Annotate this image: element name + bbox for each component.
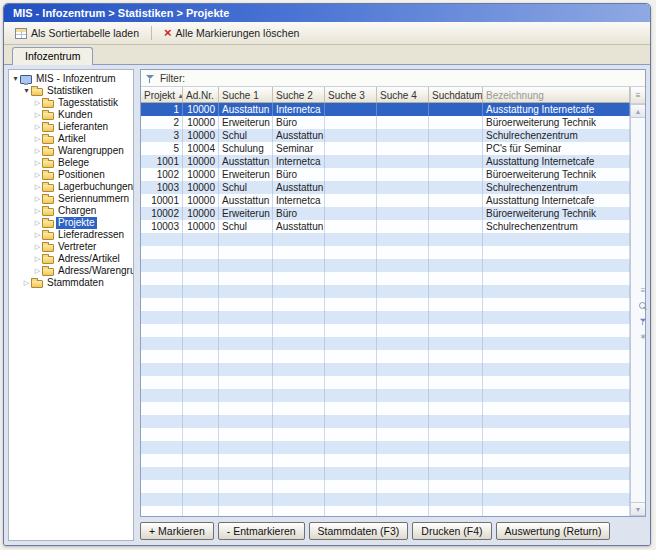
table-row[interactable] (141, 233, 630, 246)
tree-expander-icon[interactable]: ▷ (33, 193, 42, 205)
tree-expander-icon[interactable]: ▷ (33, 265, 42, 277)
tree-item-lieferanten[interactable]: ▷ Lieferanten (9, 121, 133, 133)
tree-item-kunden[interactable]: ▷ Kunden (9, 109, 133, 121)
tree-expander-icon[interactable]: ▷ (33, 109, 42, 121)
table-row[interactable] (141, 467, 630, 480)
tree-item-warengruppen[interactable]: ▷ Warengruppen (9, 145, 133, 157)
table-row[interactable] (141, 337, 630, 350)
column-header-bezeichnung[interactable]: Bezeichnung (483, 87, 630, 102)
table-row[interactable]: 100210000ErweiterunBüroBüroerweiterung T… (141, 168, 630, 181)
table-row[interactable]: 1000210000ErweiterunBüroBüroerweiterung … (141, 207, 630, 220)
table-row[interactable] (141, 480, 630, 493)
tree-expander-icon[interactable]: ▷ (33, 217, 42, 229)
table-row[interactable] (141, 272, 630, 285)
tree-item-mis-infozentrum[interactable]: ▾ MIS - Infozentrum (9, 73, 133, 85)
table-row[interactable]: 1000110000AusstattunInternetcaAusstattun… (141, 194, 630, 207)
tree-item-adress-artikel[interactable]: ▷ Adress/Artikel (9, 253, 133, 265)
table-row[interactable] (141, 246, 630, 259)
column-header-label: Suche 2 (276, 90, 313, 101)
tree-item-stammdaten[interactable]: ▷ Stammdaten (9, 277, 133, 289)
table-row[interactable]: 100110000AusstattunInternetcaAusstattung… (141, 155, 630, 168)
table-row[interactable]: 100310000SchulAusstattunSchulrechenzentr… (141, 181, 630, 194)
load-sort-table-button[interactable]: Als Sortiertabelle laden (8, 24, 146, 42)
tree-expander-icon[interactable]: ▷ (22, 277, 31, 289)
auswertung-button[interactable]: Auswertung (Return) (496, 522, 611, 540)
column-header-suche1[interactable]: Suche 1 (219, 87, 273, 102)
tree-item-adress-warengruppen[interactable]: ▷ Adress/Warengruppen (9, 265, 133, 277)
table-row[interactable] (141, 441, 630, 454)
table-row[interactable] (141, 350, 630, 363)
clear-marks-button[interactable]: × Alle Markierungen löschen (157, 24, 306, 42)
filter-icon[interactable] (639, 318, 646, 325)
asterisk-icon[interactable]: ∗ (640, 333, 647, 341)
tree-expander-icon[interactable]: ▷ (33, 169, 42, 181)
markieren-button[interactable]: + Markieren (140, 522, 214, 540)
tree-expander-icon[interactable]: ▷ (33, 121, 42, 133)
magnifier-icon[interactable] (639, 302, 647, 310)
table-row[interactable] (141, 259, 630, 272)
tree-expander-icon[interactable]: ▷ (33, 145, 42, 157)
tree-item-seriennummern[interactable]: ▷ Seriennummern (9, 193, 133, 205)
tree-expander-icon[interactable]: ▷ (33, 241, 42, 253)
table-row[interactable]: 1000310000SchulAusstattunSchulrechenzent… (141, 220, 630, 233)
cell-suche4 (377, 103, 429, 116)
tree-expander-icon[interactable]: ▷ (33, 229, 42, 241)
table-row[interactable] (141, 415, 630, 428)
cell-suche2 (273, 480, 325, 493)
table-row[interactable]: 310000SchulAusstattunSchulrechenzentrum (141, 129, 630, 142)
tree-item-artikel[interactable]: ▷ Artikel (9, 133, 133, 145)
tree-expander-icon[interactable]: ▷ (33, 181, 42, 193)
scroll-down-button[interactable]: ▼ (631, 502, 645, 516)
table-row[interactable] (141, 454, 630, 467)
tree-item-positionen[interactable]: ▷ Positionen (9, 169, 133, 181)
tree-item-chargen[interactable]: ▷ Chargen (9, 205, 133, 217)
column-header-suchdatum[interactable]: Suchdatum (429, 87, 483, 102)
tree-item-vertreter[interactable]: ▷ Vertreter (9, 241, 133, 253)
tree-item-lagerbuchungen[interactable]: ▷ Lagerbuchungen (9, 181, 133, 193)
column-header-suche2[interactable]: Suche 2 (273, 87, 325, 102)
tree-expander-icon[interactable]: ▾ (11, 73, 20, 85)
column-customize-button[interactable]: ≡ (631, 87, 645, 104)
stammdaten-button[interactable]: Stammdaten (F3) (309, 522, 409, 540)
cell-bezeichnung: Ausstattung Internetcafe (483, 103, 630, 116)
table-row[interactable] (141, 324, 630, 337)
cell-adnr (183, 324, 219, 337)
table-row[interactable] (141, 376, 630, 389)
table-row[interactable] (141, 363, 630, 376)
filter-funnel-icon[interactable] (146, 74, 155, 83)
tab-infozentrum[interactable]: Infozentrum (12, 47, 93, 65)
table-row[interactable] (141, 428, 630, 441)
tree-expander-icon[interactable]: ▷ (33, 133, 42, 145)
column-header-adnr[interactable]: Ad.Nr. (183, 87, 219, 102)
entmarkieren-button[interactable]: - Entmarkieren (218, 522, 305, 540)
tree-item-belege[interactable]: ▷ Belege (9, 157, 133, 169)
action-button-bar: + Markieren - Entmarkieren Stammdaten (F… (140, 517, 646, 541)
table-row[interactable]: 110000AusstattunInternetcaAusstattung In… (141, 103, 630, 116)
folder-icon (42, 160, 54, 168)
column-header-suche4[interactable]: Suche 4 (377, 87, 429, 102)
table-row[interactable] (141, 506, 630, 516)
tree-item-projekte[interactable]: ▷ Projekte (9, 217, 133, 229)
tree-item-tagesstatistik[interactable]: ▷ Tagesstatistik (9, 97, 133, 109)
tree-expander-icon[interactable]: ▷ (33, 253, 42, 265)
table-row[interactable] (141, 389, 630, 402)
table-row[interactable]: 210000ErweiterunBüroBüroerweiterung Tech… (141, 116, 630, 129)
table-row[interactable] (141, 402, 630, 415)
column-header-suche3[interactable]: Suche 3 (325, 87, 377, 102)
table-row[interactable] (141, 285, 630, 298)
table-row[interactable] (141, 311, 630, 324)
tree-expander-icon[interactable]: ▷ (33, 205, 42, 217)
table-row[interactable] (141, 298, 630, 311)
scroll-up-button[interactable]: ▲ (631, 104, 645, 118)
drucken-button[interactable]: Drucken (F4) (412, 522, 491, 540)
grip-icon[interactable]: ≡ (641, 287, 646, 295)
column-header-projekt[interactable]: Projekt▲ (141, 87, 183, 102)
tree-item-lieferadressen[interactable]: ▷ Lieferadressen (9, 229, 133, 241)
cell-suche2 (273, 441, 325, 454)
tree-expander-icon[interactable]: ▾ (22, 85, 31, 97)
tree-expander-icon[interactable]: ▷ (33, 97, 42, 109)
table-row[interactable]: 510004SchulungSeminarPC's für Seminar (141, 142, 630, 155)
table-row[interactable] (141, 493, 630, 506)
tree-expander-icon[interactable]: ▷ (33, 157, 42, 169)
tree-item-statistiken[interactable]: ▾ Statistiken (9, 85, 133, 97)
